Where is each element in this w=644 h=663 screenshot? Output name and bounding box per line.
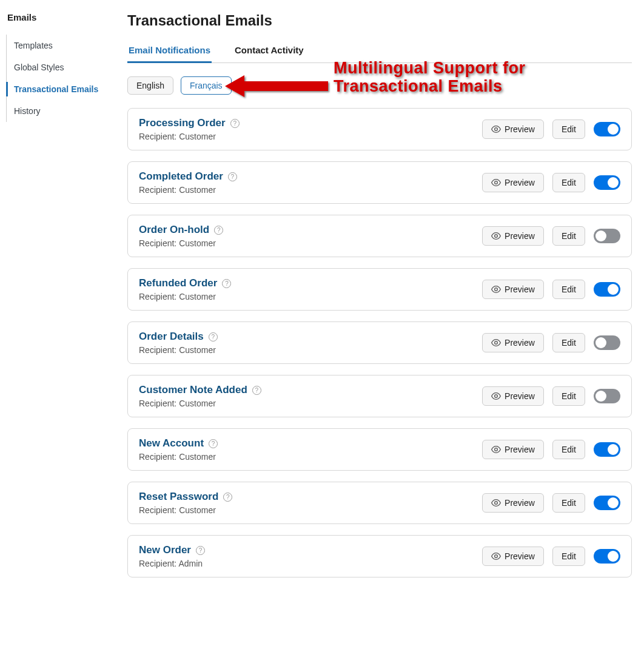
edit-button[interactable]: Edit (552, 440, 585, 459)
annotation-line2: Transactional Emails (334, 78, 525, 96)
email-recipient: Recipient: Customer (139, 345, 218, 355)
email-recipient: Recipient: Customer (139, 132, 240, 141)
email-card: Order On-holdRecipient: CustomerPreviewE… (127, 215, 632, 257)
email-title-link[interactable]: Order Details (139, 331, 204, 343)
email-recipient: Recipient: Customer (139, 292, 231, 301)
enable-toggle[interactable] (594, 389, 620, 403)
edit-button[interactable]: Edit (552, 173, 585, 192)
help-icon[interactable] (209, 332, 218, 342)
preview-button[interactable]: Preview (482, 173, 544, 192)
email-actions: PreviewEdit (482, 493, 620, 513)
email-actions: PreviewEdit (482, 280, 620, 299)
email-info: Completed OrderRecipient: Customer (139, 170, 237, 195)
edit-button[interactable]: Edit (552, 226, 585, 246)
email-title-row: Customer Note Added (139, 384, 261, 396)
eye-icon (491, 232, 501, 240)
email-title-row: Reset Password (139, 491, 232, 503)
preview-button[interactable]: Preview (482, 493, 544, 513)
sidebar-item-global-styles[interactable]: Global Styles (7, 56, 121, 78)
recipient-prefix: Recipient: (139, 399, 179, 408)
annotation-line1: Multilingual Support for (334, 59, 525, 78)
sidebar-item-templates[interactable]: Templates (7, 35, 121, 56)
help-icon[interactable] (223, 493, 232, 502)
preview-button[interactable]: Preview (482, 226, 544, 246)
edit-button[interactable]: Edit (552, 280, 585, 299)
email-actions: PreviewEdit (482, 547, 620, 566)
edit-label: Edit (562, 498, 576, 508)
enable-toggle[interactable] (594, 549, 620, 564)
preview-button[interactable]: Preview (482, 386, 544, 406)
edit-button[interactable]: Edit (552, 493, 585, 513)
help-icon[interactable] (252, 386, 261, 395)
help-icon[interactable] (209, 439, 218, 448)
recipient-value: Customer (179, 399, 216, 408)
email-title-link[interactable]: New Account (139, 437, 204, 449)
enable-toggle[interactable] (594, 335, 620, 350)
email-title-link[interactable]: Reset Password (139, 491, 218, 503)
tab-contact-activity[interactable]: Contact Activity (233, 40, 305, 62)
email-title-link[interactable]: Refunded Order (139, 277, 217, 289)
enable-toggle[interactable] (594, 282, 620, 297)
help-icon[interactable] (214, 226, 223, 235)
recipient-value: Customer (179, 132, 216, 141)
preview-label: Preview (505, 231, 535, 241)
enable-toggle[interactable] (594, 175, 620, 190)
email-title-link[interactable]: Completed Order (139, 170, 223, 183)
recipient-value: Customer (179, 452, 216, 462)
email-card: Processing OrderRecipient: CustomerPrevi… (127, 108, 632, 150)
email-actions: PreviewEdit (482, 386, 620, 406)
enable-toggle[interactable] (594, 229, 620, 243)
edit-button[interactable]: Edit (552, 119, 585, 139)
enable-toggle[interactable] (594, 442, 620, 457)
enable-toggle[interactable] (594, 496, 620, 510)
svg-point-7 (495, 448, 498, 451)
email-title-link[interactable]: New Order (139, 544, 191, 556)
language-button-français[interactable]: Français (181, 76, 232, 95)
email-title-link[interactable]: Customer Note Added (139, 384, 247, 396)
preview-label: Preview (505, 498, 535, 508)
help-icon[interactable] (230, 119, 240, 128)
preview-label: Preview (505, 124, 535, 134)
sidebar-item-history[interactable]: History (7, 100, 121, 122)
enable-toggle[interactable] (594, 122, 620, 136)
recipient-value: Customer (179, 505, 216, 515)
email-recipient: Recipient: Customer (139, 238, 223, 248)
svg-point-8 (495, 502, 498, 505)
language-button-english[interactable]: English (127, 76, 173, 95)
recipient-value: Customer (179, 238, 216, 248)
preview-button[interactable]: Preview (482, 333, 544, 352)
svg-point-1 (495, 128, 498, 131)
eye-icon (491, 339, 501, 346)
edit-label: Edit (562, 551, 576, 561)
email-recipient: Recipient: Customer (139, 452, 218, 462)
recipient-value: Admin (178, 559, 203, 568)
svg-point-4 (495, 288, 498, 291)
email-info: New OrderRecipient: Admin (139, 544, 205, 568)
page-title: Transactional Emails (127, 12, 632, 29)
email-card: Customer Note AddedRecipient: CustomerPr… (127, 375, 632, 417)
help-icon[interactable] (196, 546, 205, 555)
preview-button[interactable]: Preview (482, 440, 544, 459)
main-content: Transactional Emails Email Notifications… (121, 0, 644, 588)
preview-button[interactable]: Preview (482, 119, 544, 139)
email-title-link[interactable]: Order On-hold (139, 224, 209, 236)
edit-button[interactable]: Edit (552, 333, 585, 352)
email-title-link[interactable]: Processing Order (139, 117, 226, 129)
help-icon[interactable] (222, 279, 231, 288)
edit-label: Edit (562, 338, 576, 348)
edit-button[interactable]: Edit (552, 386, 585, 406)
preview-label: Preview (505, 338, 535, 348)
help-icon[interactable] (228, 172, 237, 181)
email-card: New AccountRecipient: CustomerPreviewEdi… (127, 428, 632, 471)
email-title-row: Processing Order (139, 117, 240, 129)
recipient-value: Customer (179, 345, 216, 355)
preview-button[interactable]: Preview (482, 547, 544, 566)
tab-email-notifications[interactable]: Email Notifications (127, 40, 212, 62)
edit-button[interactable]: Edit (552, 547, 585, 566)
preview-button[interactable]: Preview (482, 280, 544, 299)
email-card: Order DetailsRecipient: CustomerPreviewE… (127, 321, 632, 364)
email-info: Order On-holdRecipient: Customer (139, 224, 223, 248)
recipient-prefix: Recipient: (139, 505, 179, 515)
svg-point-9 (495, 555, 498, 558)
sidebar-item-transactional-emails[interactable]: Transactional Emails (7, 78, 121, 100)
